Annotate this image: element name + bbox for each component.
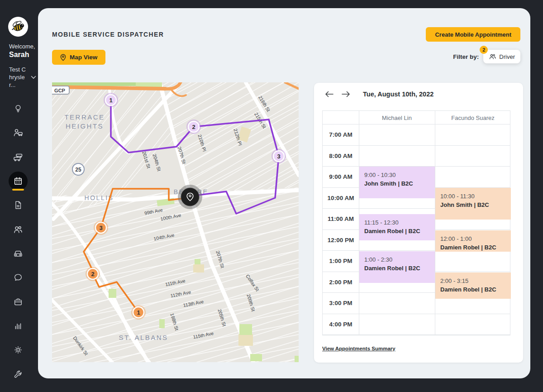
purple-stop-1[interactable]: 1 xyxy=(104,93,118,107)
driver-filter-label: Driver xyxy=(499,53,515,60)
sidebar-item-vehicles[interactable] xyxy=(9,244,28,263)
bee-logo-icon xyxy=(10,19,26,34)
wrench-icon xyxy=(13,369,23,379)
sidebar-item-toolbox[interactable] xyxy=(9,292,28,311)
appointment-block[interactable]: 1:00 - 2:30 Damien Robel | B2C xyxy=(359,251,435,283)
route-25-shield: 25 xyxy=(72,163,84,175)
sidebar-item-drivers[interactable] xyxy=(9,123,28,142)
sidebar-item-dispatcher-active[interactable] xyxy=(9,172,28,191)
schedule-date: Tue, August 10th, 2022 xyxy=(363,91,433,98)
time-row: 7:00 AM xyxy=(323,124,510,146)
filter-row: Filter by: 2 Driver xyxy=(453,50,520,63)
driver-column-michael-lin: Michael Lin xyxy=(359,111,435,124)
appointment-block[interactable]: 11:15 - 12:30 Damien Robel | B2C xyxy=(359,214,435,240)
orange-stop-3[interactable]: 3 xyxy=(94,220,108,235)
terrace-heights-label: TERRACE xyxy=(64,113,105,121)
sidebar-item-service-tools[interactable] xyxy=(9,365,28,384)
purple-stop-2[interactable]: 2 xyxy=(186,120,201,134)
column-divider xyxy=(435,111,435,335)
time-row: 4:00 PM xyxy=(323,314,510,335)
main-panel: MOBILE SERVICE DISPATCHER Create Mobile … xyxy=(38,8,530,378)
driver-column-facundo-suarez: Facundo Suarez xyxy=(435,111,511,124)
appointment-block[interactable]: 2:00 - 3:15 Damien Robel | B2C xyxy=(435,272,511,299)
sidebar-item-ideas[interactable] xyxy=(9,99,28,118)
drivers-icon xyxy=(489,53,496,60)
svg-text:GCP: GCP xyxy=(54,88,65,93)
welcome-text: Welcome, xyxy=(9,43,35,50)
filter-by-label: Filter by: xyxy=(453,53,479,60)
document-icon xyxy=(13,200,23,210)
sidebar: Welcome, Sarah Test Chrysler... xyxy=(0,0,38,392)
user-name: Sarah xyxy=(9,51,29,59)
appointment-block[interactable]: 9:00 - 10:30 John Smith | B2C xyxy=(359,167,435,198)
calendar-icon xyxy=(13,176,23,186)
people-icon xyxy=(13,224,24,235)
arrow-right-icon xyxy=(341,91,350,97)
map-view-label: Map View xyxy=(70,54,97,61)
date-navigation: Tue, August 10th, 2022 xyxy=(325,91,433,98)
svg-text:HEIGHTS: HEIGHTS xyxy=(66,122,104,130)
driver-filter-count-badge: 2 xyxy=(480,46,488,54)
time-row: 8:00 AM xyxy=(323,146,510,167)
bar-chart-icon xyxy=(13,321,23,331)
svg-text:1: 1 xyxy=(109,97,112,104)
person-car-icon xyxy=(13,127,24,138)
appointment-block[interactable]: 10:00 - 11:30 John Smith | B2C xyxy=(435,188,511,220)
account-name: Test Chrysler... xyxy=(9,66,29,89)
svg-text:3: 3 xyxy=(99,225,102,231)
previous-day-button[interactable] xyxy=(325,91,335,98)
app-window: Welcome, Sarah Test Chrysler... xyxy=(0,0,543,392)
chevron-down-icon xyxy=(31,76,36,79)
appointment-block[interactable]: 12:00 - 1:00 Damien Robel | B2C xyxy=(435,230,511,252)
home-base-pin[interactable] xyxy=(178,185,202,209)
orange-stop-1[interactable]: 1 xyxy=(131,305,146,320)
svg-text:25: 25 xyxy=(75,167,81,173)
briefcase-icon xyxy=(13,297,23,307)
arrow-left-icon xyxy=(325,91,334,97)
svg-text:2: 2 xyxy=(192,124,195,130)
gear-icon xyxy=(13,345,23,355)
sidebar-item-documents[interactable] xyxy=(9,196,28,215)
car-icon xyxy=(13,248,24,259)
schedule-panel: Tue, August 10th, 2022 Michael Lin Facun… xyxy=(314,83,523,363)
sidebar-item-reports[interactable] xyxy=(9,316,28,335)
active-nav-indicator xyxy=(12,189,24,191)
svg-text:2: 2 xyxy=(91,271,94,277)
sidebar-item-settings[interactable] xyxy=(9,340,28,359)
svg-text:1: 1 xyxy=(137,309,140,316)
purple-stop-3[interactable]: 3 xyxy=(272,149,286,163)
account-switcher[interactable]: Test Chrysler... xyxy=(9,66,36,89)
dispatch-map[interactable]: TERRACE HEIGHTS HOLLIS BELAIRE ST. ALBAN… xyxy=(52,82,299,362)
sidebar-item-customers[interactable] xyxy=(9,220,28,239)
lightbulb-icon xyxy=(13,104,23,114)
sidebar-item-fleet[interactable] xyxy=(9,148,28,167)
view-appointments-summary-link[interactable]: View Appointments Summary xyxy=(322,346,395,351)
driver-columns-header: Michael Lin Facundo Suarez xyxy=(323,111,510,124)
st-albans-label: ST. ALBANS xyxy=(119,334,168,341)
map-view-button[interactable]: Map View xyxy=(52,50,105,65)
two-cars-icon xyxy=(13,152,24,163)
gcp-shield: GCP xyxy=(52,86,69,94)
orange-stop-2[interactable]: 2 xyxy=(86,267,100,281)
map-pin-icon xyxy=(60,54,66,61)
company-logo[interactable] xyxy=(8,17,28,37)
next-day-button[interactable] xyxy=(341,91,351,98)
chat-icon xyxy=(13,272,23,282)
driver-filter-button[interactable]: 2 Driver xyxy=(483,50,520,63)
page-title: MOBILE SERVICE DISPATCHER xyxy=(52,31,164,38)
create-mobile-appointment-button[interactable]: Create Mobile Appointment xyxy=(426,27,520,42)
schedule-grid: Michael Lin Facundo Suarez 7:00 AM 8:00 … xyxy=(322,110,510,335)
sidebar-item-messages[interactable] xyxy=(9,268,28,287)
svg-text:3: 3 xyxy=(277,153,280,160)
